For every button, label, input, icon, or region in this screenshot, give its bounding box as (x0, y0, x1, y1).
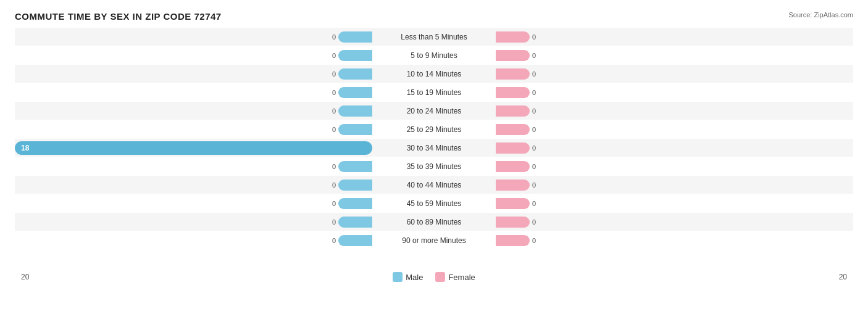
female-bar (496, 105, 530, 117)
chart-row: 025 to 29 Minutes0 (15, 120, 853, 138)
male-zero-label: 0 (332, 163, 336, 170)
chart-row: 05 to 9 Minutes0 (15, 46, 853, 64)
chart-row: 010 to 14 Minutes0 (15, 65, 853, 83)
female-zero-label: 0 (532, 33, 536, 41)
male-bar (338, 217, 372, 228)
male-zero-label: 0 (332, 33, 336, 41)
male-bar (338, 68, 372, 80)
female-bar (496, 124, 530, 135)
chart-row: 090 or more Minutes0 (15, 231, 853, 249)
legend-center: Male Female (393, 272, 475, 282)
female-bar (496, 180, 530, 191)
male-color-box (393, 272, 403, 282)
female-bar (496, 87, 530, 98)
female-zero-label: 0 (532, 107, 536, 115)
row-label: 90 or more Minutes (372, 236, 496, 245)
male-zero-label: 0 (332, 218, 336, 226)
male-zero-label: 0 (332, 107, 336, 115)
male-bar (338, 235, 372, 246)
male-bar (338, 161, 372, 172)
male-zero-label: 0 (332, 89, 336, 96)
chart-row: 0Less than 5 Minutes0 (15, 28, 853, 46)
male-zero-label: 0 (332, 200, 336, 207)
female-bar (496, 161, 530, 172)
female-bar (496, 217, 530, 228)
male-zero-label: 0 (332, 237, 336, 244)
female-zero-label: 0 (532, 181, 536, 189)
chart-row: 060 to 89 Minutes0 (15, 213, 853, 231)
female-zero-label: 0 (532, 52, 536, 59)
male-zero-label: 0 (332, 70, 336, 78)
row-label: Less than 5 Minutes (372, 33, 496, 41)
row-label: 60 to 89 Minutes (372, 218, 496, 226)
female-bar (496, 142, 530, 154)
male-special-bar: 18 (15, 141, 372, 155)
row-label: 30 to 34 Minutes (372, 144, 496, 152)
female-zero-label: 0 (532, 126, 536, 133)
female-label: Female (448, 273, 475, 282)
male-bar (338, 31, 372, 43)
male-zero-label: 0 (332, 181, 336, 189)
axis-left: 20 (21, 273, 29, 281)
male-bar-value: 18 (21, 144, 29, 152)
chart-row: 045 to 59 Minutes0 (15, 194, 853, 212)
male-bar (338, 198, 372, 209)
female-bar (496, 31, 530, 43)
legend-female: Female (435, 272, 475, 282)
row-label: 40 to 44 Minutes (372, 181, 496, 189)
row-label: 5 to 9 Minutes (372, 51, 496, 60)
male-label: Male (406, 273, 423, 282)
male-bar (338, 105, 372, 117)
female-zero-label: 0 (532, 218, 536, 226)
legend-male: Male (393, 272, 423, 282)
female-zero-label: 0 (532, 89, 536, 96)
male-bar (338, 124, 372, 135)
chart-container: COMMUTE TIME BY SEX IN ZIP CODE 72747 So… (0, 0, 868, 322)
chart-row: 015 to 19 Minutes0 (15, 83, 853, 101)
female-zero-label: 0 (532, 144, 536, 152)
row-label: 45 to 59 Minutes (372, 199, 496, 208)
female-bar (496, 68, 530, 80)
male-bar (338, 87, 372, 98)
chart-row: 020 to 24 Minutes0 (15, 102, 853, 120)
chart-area: 0Less than 5 Minutes005 to 9 Minutes0010… (15, 28, 853, 268)
axis-right: 20 (839, 273, 847, 281)
chart-title: COMMUTE TIME BY SEX IN ZIP CODE 72747 (15, 11, 853, 22)
row-label: 15 to 19 Minutes (372, 88, 496, 97)
source-text: Source: ZipAtlas.com (788, 11, 853, 19)
female-bar (496, 198, 530, 209)
chart-row: 035 to 39 Minutes0 (15, 157, 853, 175)
chart-row: 1830 to 34 Minutes0 (15, 139, 853, 157)
female-color-box (435, 272, 445, 282)
female-bar (496, 50, 530, 61)
row-label: 10 to 14 Minutes (372, 70, 496, 78)
chart-row: 040 to 44 Minutes0 (15, 176, 853, 194)
male-zero-label: 0 (332, 126, 336, 133)
row-label: 25 to 29 Minutes (372, 125, 496, 134)
male-bar (338, 50, 372, 61)
row-label: 20 to 24 Minutes (372, 107, 496, 115)
male-bar (338, 180, 372, 191)
female-zero-label: 0 (532, 237, 536, 244)
male-zero-label: 0 (332, 52, 336, 59)
female-zero-label: 0 (532, 200, 536, 207)
row-label: 35 to 39 Minutes (372, 162, 496, 171)
female-bar (496, 235, 530, 246)
female-zero-label: 0 (532, 163, 536, 170)
female-zero-label: 0 (532, 70, 536, 78)
legend-area: 20 Male Female 20 (15, 272, 853, 282)
